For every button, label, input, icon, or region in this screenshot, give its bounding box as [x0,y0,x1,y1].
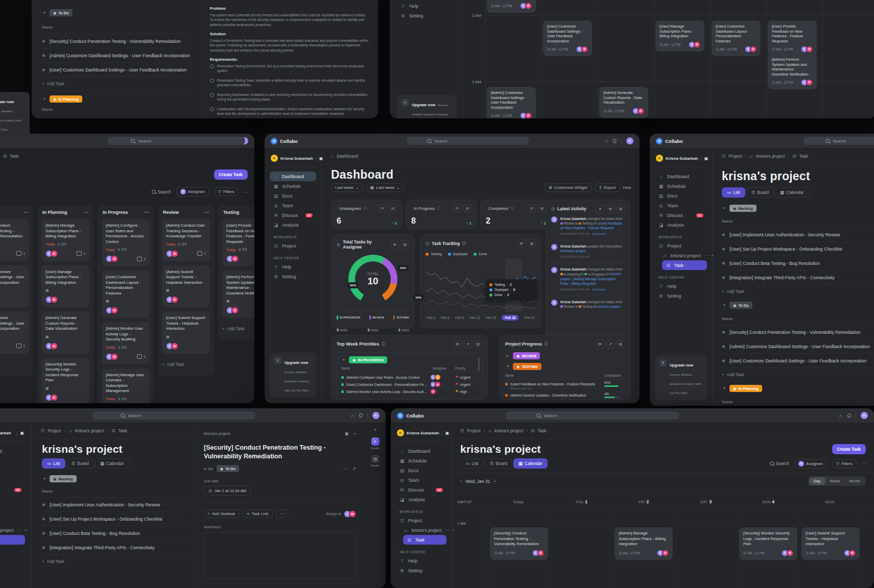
sidebar-item[interactable]: ⚙Setting [270,272,316,281]
refresh-icon[interactable]: ⟳ [596,340,604,348]
upgrade-banner[interactable]: ⚡ Upgrade now Access detailed analytics … [397,95,456,118]
calendar-event[interactable]: [Admin] Manage Subscription Plans - Bill… [615,527,673,560]
group-in-planning[interactable]: ▾◉In Planning [722,381,874,396]
search-input[interactable] [434,138,509,144]
tab-details[interactable]: ≡Details [371,437,380,450]
task-row[interactable]: ◉[User] Conduct Beta Testing - Bug Resol… [722,256,874,271]
sidebar-item[interactable]: ⚙Setting [396,566,446,575]
user-avatar[interactable]: K [372,412,380,419]
filters-button[interactable]: ▽Filters [832,459,857,468]
minimize-icon[interactable]: ⊟ [389,204,397,212]
progress-row[interactable]: [Admin] System Updates - Downtime Notifi… [505,392,625,398]
x-tick[interactable]: Feb 6 [441,316,450,320]
attachment-dropzone[interactable] [204,532,356,579]
view-option[interactable]: Month [844,477,865,485]
user-avatar[interactable]: K [861,412,868,419]
tab-calendar[interactable]: ▦Calendar [513,458,548,469]
minimize-icon[interactable]: ⊟ [617,205,625,213]
progress-row[interactable]: [User] Feedback on New Features - Featur… [505,381,625,390]
kanban-card[interactable]: [Admin] Manage Subscription Plans - Bill… [41,219,89,261]
group-backlog[interactable]: ▾◉Backlog [722,202,874,215]
x-tick[interactable]: Feb 12 [469,316,480,320]
global-search[interactable] [803,137,874,145]
sidebar-item[interactable]: ▦Schedule [396,456,446,465]
kanban-card[interactable]: [User] Customize Dashboard Layout - Pers… [102,271,150,318]
sidebar-item[interactable]: ◎Team [270,201,316,210]
more-options-icon[interactable]: ⋯ [704,253,708,258]
activity-item[interactable]: K Krisna Subarkah changed the status fro… [551,213,625,240]
sidebar-item-project[interactable]: ⊡Project [0,516,25,525]
calendar-event[interactable]: [User] Submit Support Tickets - Helpdesk… [801,527,860,560]
sidebar-item[interactable]: ◎Team [655,201,707,210]
chevron-down-icon[interactable]: ▾ [42,11,47,15]
group-testing[interactable]: ▾◉TESTING [505,363,625,370]
sidebar-item[interactable]: ⚙Setting [397,11,456,20]
more-options-button[interactable]: ⋯ [276,509,288,518]
task-link-button[interactable]: ∞Task Link [243,509,273,518]
sidebar-item[interactable]: ▤Docs [0,465,25,475]
activity-link[interactable]: krisna's project [564,249,585,253]
sidebar-item[interactable]: ✉Discuss12 [655,210,707,220]
bell-icon[interactable]: Ω [359,413,363,419]
stat-card[interactable]: Unassignedⓘ⟳⊟ 6↑ 3 [331,200,403,229]
group-in-planning[interactable]: ▾ ◉In Planning [42,91,190,107]
sidebar-item-task[interactable]: ⊟Task [403,535,446,545]
refresh-icon[interactable]: ⟳ [379,204,387,212]
search-input[interactable] [127,413,227,419]
sidebar-item[interactable]: ?Help [397,1,456,11]
sidebar-item[interactable]: ▦Schedule [0,456,25,465]
task-row[interactable]: ◉[Integration] Integrate Third-Party API… [42,541,185,555]
expand-icon[interactable]: ↗ [464,340,472,348]
global-search[interactable] [107,137,245,145]
minimize-icon[interactable]: ⊟ [474,340,482,348]
add-task-button[interactable]: +Add Task [162,358,210,371]
next-day-icon[interactable]: › [494,479,495,484]
day-header[interactable]: SUN4 [737,499,799,504]
priority-row[interactable]: [User] Customize Dashboard - Personaliza… [341,381,478,388]
kanban-card[interactable]: [Security] Monitor Security Logs - Incid… [41,358,89,404]
collapse-panel-icon[interactable]: ▣ [445,431,450,435]
kanban-card[interactable]: [Admin] Monitor User Activity Logs - Sec… [102,322,150,364]
add-task-button[interactable]: +Add Task [222,322,254,335]
sidebar-item[interactable]: ?Help [396,556,446,566]
minimize-icon[interactable]: ⊟ [528,239,536,248]
checkbox-circle-icon[interactable] [210,79,214,83]
day-header[interactable]: THU1 [550,499,612,504]
task-row[interactable]: ◉[User] Implement User Authentication - … [42,498,185,512]
tab-activity[interactable]: ◷Details [371,455,380,467]
sidebar-item-project[interactable]: ⊡Project [396,516,446,525]
sidebar-item[interactable]: ⌂Dashboard [270,172,316,181]
workspace-user[interactable]: KKrisna Subarkah|▣ [396,428,446,442]
sidebar-item-task[interactable]: ⊟Task [0,535,25,545]
stat-card[interactable]: In Progressⓘ⟳⊟ 8↑ 2 [406,200,477,229]
sidebar-item[interactable]: ◪Analysis [0,495,25,504]
task-row[interactable]: ◉[User] Implement User Authentication - … [722,228,874,242]
comment-link[interactable]: Comment [593,288,606,291]
task-row[interactable]: ◉[Security] Conduct Penetration Testing … [42,34,190,48]
task-row[interactable]: ◉[User] Customize Dashboard Settings - U… [42,63,190,77]
refresh-icon[interactable]: ⟳ [517,239,526,248]
export-button[interactable]: ↥Export [595,183,620,192]
tab-board[interactable]: ☰Board [485,458,512,469]
workspace-user[interactable]: KKrisna Subarkah|▣ [0,428,25,442]
collapse-panel-icon[interactable]: ▣ [704,156,708,161]
sidebar-item[interactable]: ⌂Dashboard [0,446,25,456]
upgrade-banner-fragment[interactable]: ⚡ Upgrade now Access detailed analytics … [0,92,30,137]
user-avatar[interactable]: K [626,137,633,144]
global-search[interactable] [92,411,255,420]
filters-button[interactable]: ▽Filters [214,187,239,196]
global-search[interactable] [407,137,529,145]
sidebar-item[interactable]: ⚙Setting [655,291,707,301]
day-header[interactable]: SAT3 [675,499,737,504]
assignee-filter[interactable]: KAssignee [176,187,209,197]
tab-list[interactable]: ≔List [722,187,745,198]
sidebar-item[interactable]: ▦Schedule [270,181,316,191]
more-options-icon[interactable]: ⋯ [445,528,449,532]
group-in-progress[interactable]: ▾◉IN PROGRESS [341,356,478,363]
filter-icon[interactable]: ▾ [596,205,604,213]
range-dropdown[interactable]: Last week⌄ [331,183,363,192]
sidebar-item-folder[interactable]: ▱krisna's project⋯+ [396,525,446,535]
create-task-button[interactable]: Create Task [832,444,866,454]
sidebar-item[interactable]: ▤Docs [270,191,316,201]
calendar-event[interactable]: [User] Conduct Beta Testing - Bug Resolu… [487,0,536,13]
